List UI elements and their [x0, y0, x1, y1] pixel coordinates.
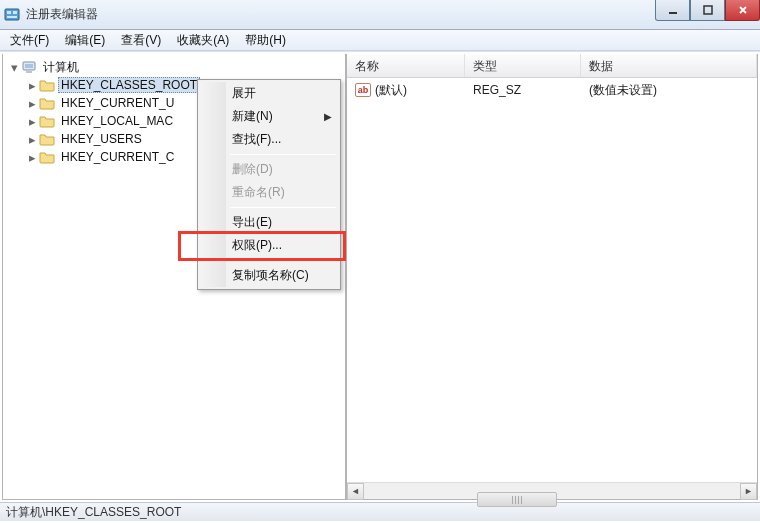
tree-item-label: HKEY_CURRENT_C	[58, 150, 177, 164]
menu-view[interactable]: 查看(V)	[113, 30, 169, 51]
tree-item-label: HKEY_CURRENT_U	[58, 96, 177, 110]
svg-rect-2	[13, 11, 17, 14]
cell-name: ab (默认)	[347, 82, 465, 99]
menu-favorites[interactable]: 收藏夹(A)	[169, 30, 237, 51]
menu-help[interactable]: 帮助(H)	[237, 30, 294, 51]
expand-icon[interactable]: ▾	[7, 60, 21, 75]
cm-label: 重命名(R)	[232, 184, 285, 201]
folder-icon	[39, 77, 55, 93]
list-pane: 名称 类型 数据 ab (默认) REG_SZ (数值未设置) ◄ ►	[346, 54, 758, 500]
folder-icon	[39, 131, 55, 147]
cm-delete: 删除(D)	[200, 158, 338, 181]
list-header: 名称 类型 数据	[347, 54, 757, 78]
svg-rect-3	[7, 16, 17, 18]
tree-root-label: 计算机	[40, 59, 82, 76]
scroll-thumb[interactable]	[477, 492, 557, 507]
list-body: ab (默认) REG_SZ (数值未设置)	[347, 78, 757, 102]
close-button[interactable]	[725, 0, 760, 21]
svg-rect-0	[5, 9, 19, 20]
scroll-left-button[interactable]: ◄	[347, 483, 364, 500]
tree-item-label: HKEY_LOCAL_MAC	[58, 114, 176, 128]
cm-export[interactable]: 导出(E)	[200, 211, 338, 234]
status-path: 计算机\HKEY_CLASSES_ROOT	[6, 504, 181, 521]
window-controls	[655, 0, 760, 21]
expand-icon[interactable]: ▸	[25, 150, 39, 165]
context-menu: 展开 新建(N)▶ 查找(F)... 删除(D) 重命名(R) 导出(E) 权限…	[197, 79, 341, 290]
status-bar: 计算机\HKEY_CLASSES_ROOT	[0, 502, 760, 521]
cm-rename: 重命名(R)	[200, 181, 338, 204]
folder-icon	[39, 95, 55, 111]
tree-root-row[interactable]: ▾ 计算机	[7, 58, 345, 76]
cell-data: (数值未设置)	[581, 82, 757, 99]
cm-label: 新建(N)	[232, 108, 273, 125]
expand-icon[interactable]: ▸	[25, 132, 39, 147]
cm-find[interactable]: 查找(F)...	[200, 128, 338, 151]
app-icon	[4, 7, 20, 23]
col-name[interactable]: 名称	[347, 54, 465, 77]
cm-label: 删除(D)	[232, 161, 273, 178]
svg-rect-5	[704, 6, 712, 14]
cm-label: 复制项名称(C)	[232, 267, 309, 284]
tree-item-label: HKEY_CLASSES_ROOT	[58, 77, 200, 93]
folder-icon	[39, 113, 55, 129]
svg-rect-4	[669, 12, 677, 14]
maximize-button[interactable]	[690, 0, 725, 21]
cm-label: 导出(E)	[232, 214, 272, 231]
menu-bar: 文件(F) 编辑(E) 查看(V) 收藏夹(A) 帮助(H)	[0, 30, 760, 51]
value-name: (默认)	[375, 82, 407, 99]
expand-icon[interactable]: ▸	[25, 78, 39, 93]
col-data[interactable]: 数据	[581, 54, 757, 77]
cell-type: REG_SZ	[465, 83, 581, 97]
menu-file[interactable]: 文件(F)	[2, 30, 57, 51]
horizontal-scrollbar[interactable]: ◄ ►	[347, 482, 757, 499]
cm-label: 权限(P)...	[232, 237, 282, 254]
cm-expand[interactable]: 展开	[200, 82, 338, 105]
col-type[interactable]: 类型	[465, 54, 581, 77]
window-title: 注册表编辑器	[26, 6, 756, 23]
cm-label: 展开	[232, 85, 256, 102]
string-value-icon: ab	[355, 83, 371, 97]
main-area: ▾ 计算机 ▸ HKEY_CLASSES_ROOT ▸ HKEY_CURRENT…	[0, 51, 760, 502]
list-row[interactable]: ab (默认) REG_SZ (数值未设置)	[347, 81, 757, 99]
cm-permissions[interactable]: 权限(P)...	[200, 234, 338, 257]
cm-new[interactable]: 新建(N)▶	[200, 105, 338, 128]
svg-rect-8	[26, 71, 32, 73]
scroll-right-button[interactable]: ►	[740, 483, 757, 500]
submenu-arrow-icon: ▶	[324, 111, 332, 122]
svg-rect-1	[7, 11, 11, 14]
cm-label: 查找(F)...	[232, 131, 281, 148]
tree-item-label: HKEY_USERS	[58, 132, 145, 146]
cm-copy-key-name[interactable]: 复制项名称(C)	[200, 264, 338, 287]
context-menu-separator	[230, 207, 336, 208]
menu-edit[interactable]: 编辑(E)	[57, 30, 113, 51]
minimize-button[interactable]	[655, 0, 690, 21]
context-menu-separator	[230, 154, 336, 155]
title-bar: 注册表编辑器	[0, 0, 760, 30]
expand-icon[interactable]: ▸	[25, 96, 39, 111]
computer-icon	[21, 59, 37, 75]
context-menu-separator	[230, 260, 336, 261]
svg-rect-7	[25, 64, 33, 68]
expand-icon[interactable]: ▸	[25, 114, 39, 129]
folder-icon	[39, 149, 55, 165]
